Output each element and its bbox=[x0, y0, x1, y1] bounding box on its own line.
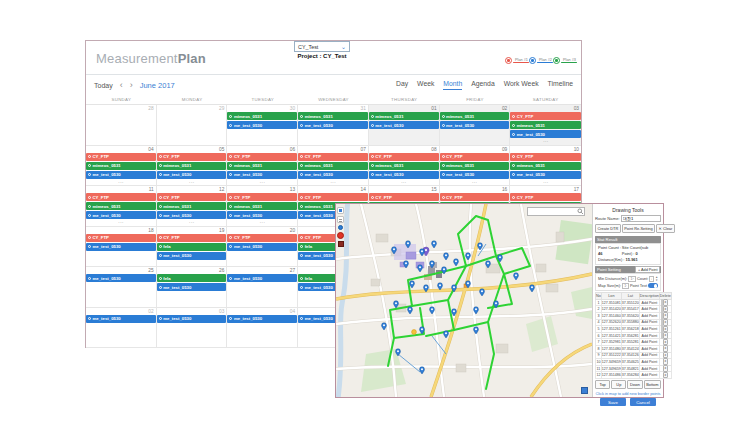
day-cell[interactable]: 10CY_FTPmimeos_0531me_test_0530··· bbox=[510, 146, 581, 187]
marker-square-icon[interactable] bbox=[338, 241, 344, 247]
event-bar[interactable]: CY_FTP bbox=[298, 153, 368, 161]
save-button[interactable]: Save bbox=[600, 398, 626, 406]
event-bar[interactable]: me_test_0530 bbox=[86, 243, 156, 251]
event-bar[interactable]: CY_FTP bbox=[227, 234, 297, 242]
point-resetting-button[interactable]: Point Re-Setting bbox=[622, 224, 655, 233]
day-cell[interactable]: 29 bbox=[157, 105, 228, 146]
today-button[interactable]: Today bbox=[94, 82, 113, 89]
day-cell[interactable]: 03me_test_0530 bbox=[157, 308, 228, 349]
event-bar[interactable]: CY_FTP bbox=[510, 153, 581, 161]
event-bar[interactable]: me_test_0530 bbox=[157, 315, 227, 323]
day-cell[interactable]: 09CY_FTPmimeos_0531me_test_0530··· bbox=[440, 146, 511, 187]
view-tab-month[interactable]: Month bbox=[443, 80, 462, 90]
day-cell[interactable]: 20CY_FTPme_test_0530 bbox=[227, 227, 298, 268]
more-events-indicator[interactable]: ··· bbox=[86, 180, 156, 184]
route-name-input[interactable] bbox=[621, 215, 661, 222]
event-bar[interactable]: mimeos_0531 bbox=[227, 112, 297, 120]
table-scrollbar[interactable] bbox=[661, 299, 663, 339]
event-bar[interactable]: CY_FTP bbox=[86, 193, 156, 201]
day-cell[interactable]: 01mimeos_0531me_test_0530 bbox=[369, 105, 440, 146]
day-cell[interactable]: 02mimeos_0531me_test_0530 bbox=[440, 105, 511, 146]
delete-row-button[interactable]: x bbox=[663, 372, 669, 379]
more-events-indicator[interactable]: ··· bbox=[298, 180, 368, 184]
delete-row-button[interactable]: x bbox=[663, 332, 669, 339]
table-row[interactable]: 3127.35146037.355620Add Pointx bbox=[596, 313, 672, 320]
event-bar[interactable]: me_test_0530 bbox=[227, 171, 297, 179]
event-bar[interactable]: me_test_0530 bbox=[369, 171, 439, 179]
day-cell[interactable]: 03CY_FTPmimeos_0531me_test_0530··· bbox=[510, 105, 581, 146]
min-distance-input[interactable] bbox=[628, 276, 636, 282]
day-cell[interactable]: 12CY_FTPmimeos_0531me_test_0530··· bbox=[157, 186, 228, 227]
delete-row-button[interactable]: x bbox=[663, 358, 669, 365]
event-bar[interactable]: mimeos_0531 bbox=[86, 162, 156, 170]
event-bar[interactable]: me_test_0530 bbox=[227, 121, 297, 129]
point-text-toggle[interactable] bbox=[648, 283, 658, 288]
event-bar[interactable]: me_test_0530 bbox=[227, 243, 297, 251]
more-events-indicator[interactable]: ··· bbox=[369, 180, 439, 184]
event-bar[interactable]: mimeos_0531 bbox=[157, 162, 227, 170]
more-events-indicator[interactable]: ··· bbox=[86, 220, 156, 224]
map-hint-link[interactable]: Click in map to add new border points bbox=[593, 391, 663, 396]
layers-icon[interactable] bbox=[337, 207, 344, 214]
more-events-indicator[interactable]: ··· bbox=[157, 180, 227, 184]
table-row[interactable]: 1127.35108137.355120Add Pointx bbox=[596, 299, 672, 306]
day-cell[interactable]: 02me_test_0530 bbox=[86, 308, 157, 349]
table-row[interactable]: 4127.35262037.355880Add Pointx bbox=[596, 319, 672, 326]
plan-badge[interactable]: Plan #1 bbox=[505, 57, 529, 64]
fullscreen-button[interactable] bbox=[581, 387, 588, 394]
marker-red-icon[interactable] bbox=[337, 232, 344, 239]
day-cell[interactable]: 30mimeos_0531me_test_0530 bbox=[227, 105, 298, 146]
event-bar[interactable]: me_test_0530 bbox=[369, 121, 439, 129]
view-tab-timeline[interactable]: Timeline bbox=[548, 80, 573, 90]
event-bar[interactable]: CY_FTP bbox=[227, 193, 297, 201]
delete-row-button[interactable]: x bbox=[663, 312, 669, 319]
event-bar[interactable]: mimeos_0531 bbox=[298, 112, 368, 120]
event-bar[interactable]: CY_FTP bbox=[86, 234, 156, 242]
search-icon[interactable] bbox=[577, 208, 584, 215]
day-cell[interactable]: 08CY_FTPmimeos_0531me_test_0530··· bbox=[369, 146, 440, 187]
event-bar[interactable]: CY_FTP bbox=[227, 153, 297, 161]
day-cell[interactable]: 06CY_FTPmimeos_0531me_test_0530··· bbox=[227, 146, 298, 187]
clear-button[interactable]: ✕ Clear bbox=[656, 224, 675, 233]
delete-row-button[interactable]: x bbox=[663, 326, 669, 333]
event-bar[interactable]: me_test_0530 bbox=[440, 121, 510, 129]
count-stepper[interactable]: ▲▼ bbox=[655, 276, 658, 281]
event-bar[interactable]: me_test_0530 bbox=[227, 315, 297, 323]
down-button[interactable]: Down bbox=[627, 380, 642, 389]
bottom-button[interactable]: Bottom bbox=[644, 380, 661, 389]
prev-icon[interactable]: ‹ bbox=[120, 81, 123, 90]
event-bar[interactable]: me_test_0530 bbox=[298, 121, 368, 129]
day-cell[interactable]: 27me_test_0530 bbox=[227, 267, 298, 308]
event-bar[interactable]: CY_FTP bbox=[298, 193, 368, 201]
marker-blue-icon[interactable] bbox=[338, 225, 343, 230]
event-bar[interactable]: me_test_0530 bbox=[86, 171, 156, 179]
day-cell[interactable]: 05CY_FTPmimeos_0531me_test_0530··· bbox=[157, 146, 228, 187]
delete-row-button[interactable]: x bbox=[663, 352, 669, 359]
delete-row-button[interactable]: x bbox=[663, 339, 669, 346]
up-button[interactable]: Up bbox=[611, 380, 626, 389]
event-bar[interactable]: mimeos_0531 bbox=[510, 162, 581, 170]
event-bar[interactable]: me_test_0530 bbox=[440, 171, 510, 179]
day-cell[interactable]: 13CY_FTPmimeos_0531me_test_0530··· bbox=[227, 186, 298, 227]
event-bar[interactable]: me_test_0530 bbox=[86, 211, 156, 219]
event-bar[interactable]: CY_FTP bbox=[369, 153, 439, 161]
view-tab-day[interactable]: Day bbox=[396, 80, 408, 90]
event-bar[interactable]: mimeos_0531 bbox=[227, 202, 297, 210]
event-bar[interactable]: fela bbox=[157, 274, 227, 282]
table-row[interactable]: 10127.34965937.354625Add Pointx bbox=[596, 359, 672, 366]
table-row[interactable]: 6127.35142137.356281Add Pointx bbox=[596, 332, 672, 339]
table-row[interactable]: 9127.35122237.354126Add Pointx bbox=[596, 352, 672, 359]
more-events-indicator[interactable]: ··· bbox=[510, 139, 581, 143]
event-bar[interactable]: me_test_0530 bbox=[510, 130, 581, 138]
event-bar[interactable]: me_test_0530 bbox=[298, 171, 368, 179]
day-cell[interactable]: 26felame_test_0530 bbox=[157, 267, 228, 308]
delete-row-button[interactable]: x bbox=[663, 306, 669, 313]
more-events-indicator[interactable]: ··· bbox=[510, 180, 581, 184]
day-cell[interactable]: 04me_test_0530 bbox=[227, 308, 298, 349]
event-bar[interactable]: me_test_0530 bbox=[86, 274, 156, 282]
event-bar[interactable]: CY_FTP bbox=[157, 193, 227, 201]
table-row[interactable]: 11127.34965937.354821Add Pointx bbox=[596, 365, 672, 372]
event-bar[interactable]: mimeos_0531 bbox=[227, 162, 297, 170]
event-bar[interactable]: mimeos_0531 bbox=[157, 202, 227, 210]
table-row[interactable]: 7127.35298137.355281Add Pointx bbox=[596, 339, 672, 346]
